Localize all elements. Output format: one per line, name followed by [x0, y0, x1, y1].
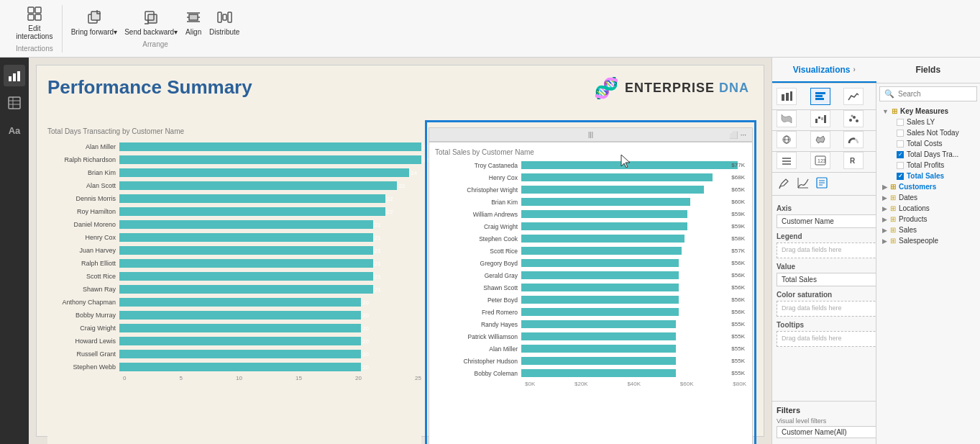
bar-label-right: Bobby Coleman	[435, 370, 521, 377]
bar-label: Bobby Murray	[47, 312, 119, 319]
viz-line-btn[interactable]	[843, 88, 864, 105]
tree-group-customers[interactable]: ▶ ⊞ Customers	[879, 181, 977, 192]
right-bar-chart: Troy Castaneda $77K Henry Cox $68K Chris…	[435, 160, 746, 379]
viz-ribbon-btn[interactable]	[777, 110, 797, 127]
viz-map-btn[interactable]	[777, 131, 797, 148]
align-button[interactable]: Align	[185, 9, 202, 36]
enterprise-logo: 🧬 ENTERPRISE DNA	[594, 76, 749, 100]
bar-label-right: Fred Romero	[435, 309, 521, 316]
viz-gauge-btn[interactable]	[843, 131, 864, 148]
tree-group-products[interactable]: ▶ ⊞ Products	[879, 214, 977, 225]
checkbox[interactable]	[897, 162, 904, 169]
viz-r-visual-btn[interactable]: R	[843, 152, 864, 169]
bar-label-right: William Andrews	[435, 211, 521, 218]
bar-track-right: $56K	[521, 259, 746, 267]
axis-tick: $80K	[733, 381, 746, 387]
table-icon: ⊞	[890, 226, 896, 234]
bring-forward-button[interactable]: Bring forward▾	[71, 9, 117, 36]
svg-point-41	[853, 116, 856, 119]
tree-group-key-measures[interactable]: ▼ ⊞ Key Measures	[879, 106, 977, 117]
checkbox[interactable]	[897, 119, 904, 126]
right-bar-row: Stephen Cook $58K	[435, 233, 746, 244]
bar-track-right: $56K	[521, 271, 746, 279]
tree-group-sales[interactable]: ▶ ⊞ Sales	[879, 225, 977, 235]
right-bar-row: Scott Rice $57K	[435, 245, 746, 256]
field-total-costs[interactable]: Total Costs	[894, 138, 977, 149]
bar-label-right: Patrick Williamson	[435, 333, 521, 340]
field-sales-not-today[interactable]: Sales Not Today	[894, 127, 977, 138]
svg-rect-12	[218, 12, 221, 22]
search-icon: 🔍	[884, 89, 894, 99]
right-bar-row: Gregory Boyd $56K	[435, 258, 746, 268]
field-total-sales[interactable]: ✓ Total Sales	[894, 171, 977, 181]
tree-group-dates[interactable]: ▶ ⊞ Dates	[879, 192, 977, 203]
checkbox[interactable]: ✓	[897, 173, 904, 180]
viz-stacked-bar-btn[interactable]	[777, 88, 797, 105]
field-total-profits[interactable]: Total Profits	[894, 160, 977, 171]
send-backward-button[interactable]: Send backward▾	[124, 9, 178, 36]
checkbox[interactable]: ✓	[897, 151, 904, 158]
right-chart[interactable]: Total Sales by Customer Name Troy Castan…	[429, 142, 753, 444]
fields-tab[interactable]: Fields	[876, 58, 981, 83]
table-icon: ⊞	[890, 194, 896, 201]
chart-drag-handle[interactable]: ||| ⬜ ···	[429, 127, 753, 142]
left-bar-row: Anthony Chapman 20	[47, 296, 421, 308]
viz-bar-horiz-btn[interactable]	[810, 88, 830, 105]
field-label: Total Profits	[907, 161, 944, 169]
bar-track-right: $55K	[521, 332, 746, 340]
bar-label: Howard Lewis	[47, 337, 119, 345]
search-input[interactable]	[898, 90, 956, 98]
svg-rect-23	[786, 93, 789, 101]
right-bar-row: Christopher Hudson $55K	[435, 355, 746, 366]
viz-filled-map-btn[interactable]	[810, 131, 830, 148]
svg-rect-37	[818, 117, 820, 119]
performance-canvas: Performance Summary 🧬 ENTERPRISE DNA Tot…	[36, 65, 764, 437]
bar-label-right: Alan Miller	[435, 345, 521, 353]
field-sales-ly[interactable]: Sales LY	[894, 117, 977, 127]
bar-track: 20	[119, 311, 421, 320]
format-paint-btn[interactable]	[778, 176, 791, 191]
expand-icon: ▼	[882, 108, 889, 115]
bar-track: 21	[119, 246, 421, 255]
viz-scatter-btn[interactable]	[843, 110, 864, 127]
checkbox[interactable]	[897, 130, 904, 137]
svg-rect-3	[35, 14, 41, 20]
analytics-btn[interactable]	[797, 176, 810, 191]
bring-forward-label: Bring forward▾	[71, 28, 117, 36]
edit-interactions-button[interactable]: Edit interactions	[16, 5, 52, 40]
visualizations-tab[interactable]: Visualizations ›	[772, 58, 876, 83]
right-bar-axis: $0K$20K$40K$60K$80K	[525, 381, 746, 387]
sidebar-format-btn[interactable]: Aa	[4, 119, 25, 141]
axis-tick: 20	[355, 375, 362, 381]
bar-track-right: $55K	[521, 357, 746, 365]
field-list-btn[interactable]	[815, 176, 828, 191]
table-icon: ⊞	[890, 237, 896, 245]
bar-track-right: $56K	[521, 308, 746, 316]
viz-slicer-btn[interactable]	[777, 152, 797, 169]
distribute-button[interactable]: Distribute	[209, 9, 239, 36]
bar-track-right: $65K	[521, 186, 746, 194]
search-box[interactable]: 🔍	[879, 86, 977, 101]
svg-text:123: 123	[818, 158, 826, 163]
field-total-days[interactable]: ✓ Total Days Tra...	[894, 149, 977, 160]
sidebar-table-btn[interactable]	[4, 92, 25, 114]
svg-rect-39	[824, 115, 826, 123]
svg-rect-5	[91, 12, 100, 20]
interactions-section: Edit interactions Interactions	[7, 5, 63, 53]
bar-track: 23	[119, 181, 421, 190]
left-chart[interactable]: Total Days Transacting by Customer Name …	[47, 127, 421, 444]
tree-group-salespeople[interactable]: ▶ ⊞ Salespeople	[879, 235, 977, 246]
right-bar-row: Brian Kim $60K	[435, 196, 746, 207]
viz-kpi-btn[interactable]: 123	[810, 152, 830, 169]
bar-label: Scott Rice	[47, 273, 119, 280]
checkbox[interactable]	[897, 140, 904, 148]
field-label: Sales Not Today	[907, 129, 959, 137]
svg-rect-6	[148, 14, 157, 23]
left-bar-row: Craig Wright 20	[47, 322, 421, 334]
sidebar-bar-chart-btn[interactable]	[4, 65, 25, 86]
group-label: Products	[899, 215, 927, 223]
viz-waterfall-btn[interactable]	[810, 110, 830, 127]
tree-group-locations[interactable]: ▶ ⊞ Locations	[879, 203, 977, 214]
interactions-section-label: Interactions	[16, 45, 53, 53]
edit-interactions-label: Edit interactions	[16, 24, 52, 40]
